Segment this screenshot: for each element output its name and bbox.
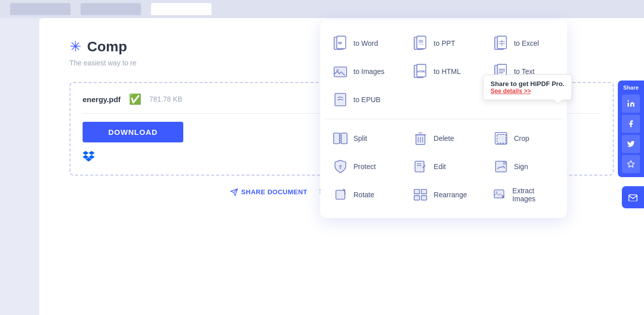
menu-item-label: Protect [353,163,376,171]
share-label: Share [623,85,639,91]
menu-item-label: Edit [434,163,446,171]
tooltip-link[interactable]: See details >> [490,88,564,95]
convert-section: W to Word to PPT to Excel [324,28,563,115]
svg-point-15 [336,69,339,71]
menu-item-rotate[interactable]: Rotate [324,182,402,208]
page-title: Comp [87,39,127,55]
menu-item-to-images[interactable]: to Images [324,58,402,85]
file-size: 781.78 KB [150,95,182,103]
menu-item-label: to Word [353,39,378,47]
svg-point-40 [503,161,506,165]
svg-rect-45 [421,196,427,200]
file-name: energy.pdf [83,95,121,104]
svg-point-0 [627,100,629,102]
dropbox-icon [83,150,95,165]
menu-item-to-excel[interactable]: to Excel [485,30,563,56]
facebook-share-button[interactable] [622,115,640,133]
browser-tab-bar [0,0,644,18]
svg-rect-46 [494,190,504,198]
star-share-button[interactable] [622,155,640,173]
menu-item-label: Rotate [353,191,374,199]
linkedin-share-button[interactable] [622,95,640,113]
browser-tab[interactable] [81,3,141,15]
svg-rect-8 [419,44,424,45]
svg-rect-25 [334,133,340,143]
tools-section: Split Delete Crop [324,119,563,210]
svg-rect-26 [341,133,347,143]
menu-item-label: Extract Images [513,187,555,203]
menu-item-split[interactable]: Split [324,125,402,151]
menu-item-label: to EPUB [353,96,381,104]
menu-item-label: to HTML [434,67,461,75]
menu-item-to-html[interactable]: HTML to HTML [404,58,482,85]
svg-point-47 [495,191,497,193]
menu-item-delete[interactable]: Delete [404,125,482,151]
menu-item-label: to Excel [514,39,539,47]
pro-tooltip: Share to get HiPDF Pro. See details >> [483,74,572,100]
tooltip-title: Share to get HiPDF Pro. [490,80,564,88]
menu-item-label: to Images [353,67,384,75]
menu-item-sign[interactable]: Sign [485,153,563,180]
svg-rect-43 [421,189,427,194]
svg-rect-24 [335,94,345,106]
svg-rect-44 [414,196,420,200]
menu-item-label: Sign [514,163,528,171]
dropdown-menu: W to Word to PPT to Excel [320,20,567,218]
menu-item-label: Rearrange [434,191,467,199]
menu-item-edit[interactable]: Edit [404,153,482,180]
menu-item-label: to PPT [434,39,455,47]
menu-item-rearrange[interactable]: Rearrange [404,182,482,208]
menu-item-to-epub[interactable]: to EPUB [324,87,402,113]
browser-tab-active[interactable] [151,3,211,15]
menu-item-protect[interactable]: Protect [324,153,402,180]
menu-item-extract-images[interactable]: Extract Images [485,182,563,208]
menu-item-to-ppt[interactable]: to PPT [404,30,482,56]
svg-text:W: W [338,41,342,45]
share-document-button[interactable]: SHARE DOCUMENT [230,188,307,196]
svg-rect-41 [336,190,345,199]
menu-item-label: Crop [514,134,529,142]
menu-item-label: Split [353,134,367,142]
svg-rect-42 [414,189,420,194]
download-button[interactable]: DOWNLOAD [83,122,183,142]
file-success-icon: ✅ [129,93,141,105]
svg-rect-32 [497,134,506,143]
email-button[interactable] [622,186,644,208]
browser-tab[interactable] [10,3,70,15]
menu-item-label: Delete [434,134,454,142]
svg-rect-36 [415,161,424,172]
svg-point-34 [339,165,341,167]
svg-marker-1 [627,161,634,167]
menu-item-crop[interactable]: Crop [485,125,563,151]
menu-item-to-word[interactable]: W to Word [324,30,402,56]
svg-text:HTML: HTML [417,69,426,73]
snowflake-icon: ✳ [69,38,81,55]
twitter-share-button[interactable] [622,135,640,153]
svg-rect-7 [419,40,423,43]
share-sidebar: Share [618,81,644,177]
